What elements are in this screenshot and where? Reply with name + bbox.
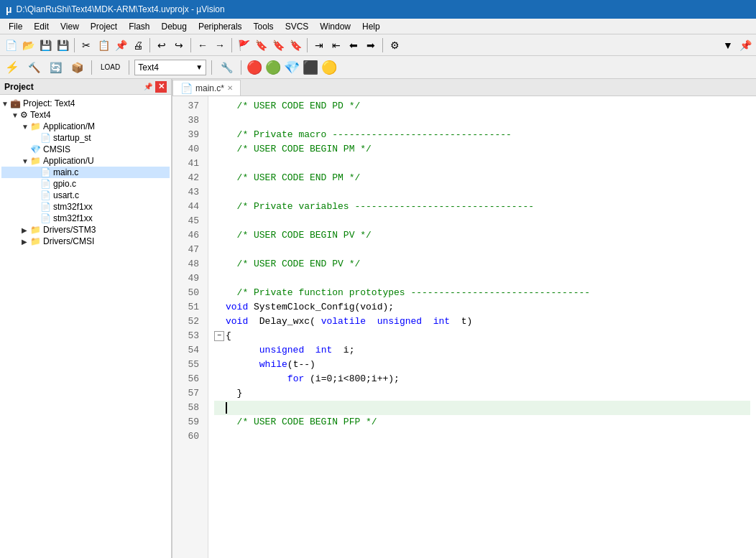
unindent-btn[interactable]: ⇤ — [328, 37, 344, 53]
code-line — [214, 243, 750, 257]
code-text: /* USER CODE END PM */ — [226, 171, 360, 185]
menu-item-project[interactable]: Project — [85, 20, 123, 33]
target-name: Text4 — [138, 62, 159, 73]
cut-btn[interactable]: ✂ — [78, 37, 94, 53]
debug5-btn[interactable]: 🟡 — [321, 60, 337, 75]
new-btn[interactable]: 📄 — [3, 37, 19, 53]
code-area: 📄 main.c* ✕ 3738394041424344454647484950… — [172, 79, 756, 558]
menu-item-file[interactable]: File — [3, 20, 28, 33]
save-all-btn[interactable]: 💾 — [55, 37, 70, 53]
tree-item-project-root[interactable]: ▼💼Project: Text4 — [1, 98, 170, 109]
paste-btn[interactable]: 📌 — [113, 37, 129, 53]
fold-icon[interactable]: − — [214, 331, 224, 341]
debug1-btn[interactable]: 🔴 — [246, 60, 262, 75]
menu-item-tools[interactable]: Tools — [248, 20, 280, 33]
tree-item-main-c[interactable]: 📄main.c — [1, 167, 170, 178]
text-cursor — [226, 402, 227, 414]
print-btn[interactable]: 🖨 — [130, 37, 146, 53]
copy-btn[interactable]: 📋 — [96, 37, 111, 53]
debug2-btn[interactable]: 🟢 — [265, 60, 281, 75]
debug3-btn[interactable]: 💎 — [284, 60, 300, 75]
indent3-btn[interactable]: ➡ — [363, 37, 379, 53]
line-number: 41 — [178, 157, 202, 171]
pin-toolbar-btn[interactable]: 📌 — [737, 37, 753, 53]
menu-item-help[interactable]: Help — [356, 20, 386, 33]
build2-btn[interactable]: 🔨 — [24, 58, 43, 77]
line-number: 57 — [178, 386, 202, 401]
tree-item-stm32f1xx-2[interactable]: 📄stm32f1xx — [1, 213, 170, 224]
build3-btn[interactable]: 📦 — [68, 58, 86, 77]
tree-item-drivers-cmsis[interactable]: ▶📁Drivers/CMSI — [1, 236, 170, 247]
tree-item-cmsis[interactable]: 💎CMSIS — [1, 144, 170, 155]
undo-btn[interactable]: ↩ — [154, 37, 170, 53]
menu-item-peripherals[interactable]: Peripherals — [193, 20, 248, 33]
code-line — [214, 271, 750, 286]
indent2-btn[interactable]: ⬅ — [346, 37, 361, 53]
tree-item-app-m[interactable]: ▼📁Application/M — [1, 121, 170, 132]
bookmark3-btn[interactable]: 🔖 — [270, 37, 286, 53]
code-text: void SystemClock_Config(void); — [226, 300, 394, 315]
code-line: /* USER CODE BEGIN PV */ — [214, 228, 750, 243]
rebuild-btn[interactable]: 🔄 — [46, 58, 65, 77]
code-text: /* USER CODE END PD */ — [226, 99, 360, 113]
tree-item-stm32f1xx-1[interactable]: 📄stm32f1xx — [1, 201, 170, 213]
code-text: /* USER CODE BEGIN PFP */ — [226, 415, 377, 429]
menu-item-svcs[interactable]: SVCS — [280, 20, 315, 33]
tree-item-usart-c[interactable]: 📄usart.c — [1, 190, 170, 201]
settings-btn[interactable]: ⚙ — [387, 37, 402, 53]
code-line: /* USER CODE BEGIN PM */ — [214, 142, 750, 157]
tab-label: main.c* — [195, 83, 224, 93]
code-text: /* USER CODE BEGIN PM */ — [226, 142, 372, 157]
tab-close-button[interactable]: ✕ — [227, 84, 233, 92]
menu-item-flash[interactable]: Flash — [123, 20, 155, 33]
line-number: 53 — [178, 329, 202, 343]
indent-btn[interactable]: ⇥ — [311, 37, 327, 53]
code-line: /* Private variables -------------------… — [214, 200, 750, 214]
save-btn[interactable]: 💾 — [37, 37, 53, 53]
line-number: 59 — [178, 415, 202, 429]
redo-btn[interactable]: ↪ — [171, 37, 187, 53]
tab-main-c[interactable]: 📄 main.c* ✕ — [172, 80, 241, 96]
tree-node-label: CMSIS — [43, 144, 70, 154]
menu-item-window[interactable]: Window — [314, 20, 356, 33]
line-number: 54 — [178, 343, 202, 358]
line-number: 50 — [178, 286, 202, 300]
line-number: 46 — [178, 228, 202, 243]
code-content[interactable]: /* USER CODE END PD */ /* Private macro … — [208, 96, 756, 558]
bookmark1-btn[interactable]: 🚩 — [236, 37, 252, 53]
dropdown-btn[interactable]: ▼ — [720, 37, 736, 53]
tree-item-text4[interactable]: ▼⚙Text4 — [1, 109, 170, 121]
wand-btn[interactable]: 🔧 — [217, 58, 236, 77]
build-btn[interactable]: ⚡ — [3, 58, 22, 77]
sidebar-close-button[interactable]: ✕ — [155, 81, 167, 93]
sidebar-pin-button[interactable]: 📌 — [142, 81, 154, 93]
menu-item-view[interactable]: View — [55, 20, 85, 33]
sep5 — [307, 38, 308, 52]
back-btn[interactable]: ← — [195, 37, 211, 53]
line-number: 47 — [178, 243, 202, 257]
open-btn[interactable]: 📂 — [20, 37, 36, 53]
tree-item-startup[interactable]: 📄startup_st — [1, 132, 170, 144]
sep2 — [149, 38, 150, 52]
code-line: /* USER CODE END PM */ — [214, 171, 750, 185]
menu-item-debug[interactable]: Debug — [156, 20, 193, 33]
menu-item-edit[interactable]: Edit — [28, 20, 55, 33]
editor[interactable]: 3738394041424344454647484950515253545556… — [172, 96, 756, 558]
target-dropdown[interactable]: Text4 ▼ — [134, 60, 206, 75]
fwd-btn[interactable]: → — [212, 37, 228, 53]
debug4-btn[interactable]: ⬛ — [303, 60, 318, 75]
load-btn[interactable]: LOAD — [97, 58, 124, 77]
code-line: while(t--) — [214, 358, 750, 372]
bookmark4-btn[interactable]: 🔖 — [287, 37, 303, 53]
tree-item-drivers-stm32[interactable]: ▶📁Drivers/STM3 — [1, 224, 170, 236]
bookmark2-btn[interactable]: 🔖 — [253, 37, 269, 53]
tree-item-app-u[interactable]: ▼📁Application/U — [1, 155, 170, 167]
code-text: unsigned int i; — [226, 343, 354, 358]
line-number: 45 — [178, 214, 202, 228]
toolbar1: 📄 📂 💾 💾 ✂ 📋 📌 🖨 ↩ ↪ ← → 🚩 🔖 🔖 🔖 ⇥ ⇤ ⬅ ➡ … — [0, 34, 756, 56]
line-number: 39 — [178, 128, 202, 142]
tree-node-icon: 📁 — [30, 236, 41, 246]
tree-item-gpio-c[interactable]: 📄gpio.c — [1, 178, 170, 190]
tree-node-label: Application/M — [43, 121, 95, 131]
tree-node-icon: 📁 — [30, 225, 41, 235]
